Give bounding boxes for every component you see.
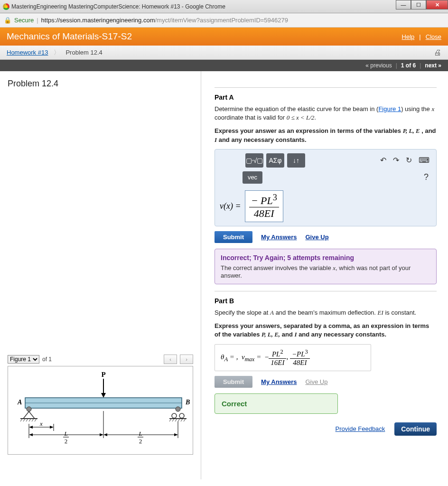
figure-next-button[interactable]: › bbox=[180, 355, 193, 364]
svg-text:L: L bbox=[138, 430, 142, 437]
close-link[interactable]: Close bbox=[426, 33, 441, 40]
nav-previous[interactable]: « previous bbox=[365, 62, 392, 69]
app-icon bbox=[3, 3, 9, 10]
breadcrumb-homework[interactable]: Homework #13 bbox=[7, 49, 48, 56]
window-title: MasteringEngineering MasteringComputerSc… bbox=[11, 3, 225, 10]
template-button[interactable]: ▢▫√▢ bbox=[245, 153, 263, 168]
figure-select[interactable]: Figure 1 bbox=[8, 355, 39, 364]
keyboard-icon[interactable]: ⌨ bbox=[417, 156, 431, 165]
part-b-prompt: Specify the slope at A and the beam's ma… bbox=[215, 308, 437, 317]
feedback-title: Incorrect; Try Again; 5 attempts remaini… bbox=[221, 254, 430, 262]
part-a-answer-input[interactable]: − PL3 48EI bbox=[245, 190, 283, 222]
problem-nav: « previous | 1 of 6 | next » bbox=[0, 60, 448, 71]
part-a-instruction: Express your answer as an expression in … bbox=[215, 127, 437, 144]
svg-text:L: L bbox=[64, 430, 67, 437]
print-icon[interactable]: 🖨 bbox=[434, 48, 441, 57]
part-a-prompt: Determine the equation of the elastic cu… bbox=[215, 105, 437, 122]
figure-prev-button[interactable]: ‹ bbox=[164, 355, 177, 364]
part-b-feedback: Correct bbox=[215, 393, 338, 414]
breadcrumb-bar: Homework #13 〉 Problem 12.4 🖨 bbox=[0, 46, 448, 60]
window-close-button[interactable]: ✕ bbox=[426, 0, 448, 9]
svg-text:A: A bbox=[17, 399, 22, 406]
window-minimize-button[interactable]: — bbox=[396, 0, 411, 9]
part-b-submit-button: Submit bbox=[215, 376, 252, 388]
part-a-my-answers-link[interactable]: My Answers bbox=[261, 234, 297, 241]
svg-text:P: P bbox=[101, 371, 105, 378]
beam-diagram: P A B bbox=[11, 369, 196, 450]
part-a-feedback: Incorrect; Try Again; 5 attempts remaini… bbox=[215, 249, 437, 284]
part-a-give-up-link[interactable]: Give Up bbox=[305, 234, 328, 241]
part-a-submit-button[interactable]: Submit bbox=[215, 231, 252, 243]
part-b-heading: Part B bbox=[215, 297, 437, 305]
problem-title: Problem 12.4 bbox=[8, 79, 193, 89]
nav-next[interactable]: next » bbox=[425, 62, 441, 69]
svg-text:2: 2 bbox=[139, 438, 142, 445]
nav-position: 1 of 6 bbox=[401, 62, 416, 69]
undo-icon[interactable]: ↶ bbox=[378, 156, 388, 165]
secure-label: Secure bbox=[14, 17, 34, 24]
svg-point-14 bbox=[176, 407, 180, 411]
figure-link[interactable]: Figure 1 bbox=[378, 105, 401, 112]
reset-icon[interactable]: ↻ bbox=[404, 156, 414, 165]
breadcrumb-problem: Problem 12.4 bbox=[65, 49, 102, 56]
browser-url-bar: 🔒 Secure | https://session.masteringengi… bbox=[0, 13, 448, 28]
part-b-give-up-link: Give Up bbox=[305, 378, 327, 385]
svg-text:2: 2 bbox=[65, 438, 68, 445]
svg-point-16 bbox=[179, 413, 184, 418]
svg-point-15 bbox=[172, 413, 177, 418]
provide-feedback-link[interactable]: Provide Feedback bbox=[336, 425, 385, 432]
redo-icon[interactable]: ↷ bbox=[391, 156, 401, 165]
svg-marker-43 bbox=[174, 433, 178, 436]
subscript-button[interactable]: ↓↑ bbox=[287, 153, 305, 168]
svg-text:x: x bbox=[39, 420, 43, 427]
svg-marker-42 bbox=[103, 433, 107, 436]
svg-marker-30 bbox=[50, 426, 54, 429]
window-titlebar: MasteringEngineering MasteringComputerSc… bbox=[0, 0, 448, 13]
course-title: Mechanics of Materials-S17-S2 bbox=[7, 31, 132, 42]
svg-marker-29 bbox=[29, 426, 33, 429]
part-a-answer-box: ▢▫√▢ ΑΣφ ↓↑ ↶ ↷ ↻ ⌨ vec ? v(x) = − PL3 bbox=[215, 149, 437, 226]
window-maximize-button[interactable]: ☐ bbox=[411, 0, 426, 9]
url-domain: https://session.masteringengineering.com bbox=[41, 17, 155, 24]
svg-marker-35 bbox=[29, 433, 33, 436]
svg-marker-2 bbox=[101, 393, 106, 398]
svg-text:B: B bbox=[185, 399, 190, 406]
svg-point-5 bbox=[27, 407, 31, 411]
part-a-heading: Part A bbox=[215, 93, 437, 101]
help-icon[interactable]: ? bbox=[424, 172, 431, 182]
help-link[interactable]: Help bbox=[402, 33, 415, 40]
figure-count: of 1 bbox=[42, 356, 52, 363]
course-header: Mechanics of Materials-S17-S2 Help | Clo… bbox=[0, 28, 448, 46]
url-path: /myct/itemView?assignmentProblemID=59462… bbox=[155, 17, 288, 24]
answer-prefix: v(x) = bbox=[220, 201, 241, 211]
vec-button[interactable]: vec bbox=[243, 171, 262, 184]
svg-marker-36 bbox=[100, 433, 103, 436]
part-b-instruction: Express your answers, separated by a com… bbox=[215, 322, 437, 339]
lock-icon: 🔒 bbox=[4, 17, 11, 24]
part-b-answer-box: θA = , vmax = −PL216EI, −PL348EI bbox=[215, 344, 371, 371]
part-b-my-answers-link[interactable]: My Answers bbox=[261, 378, 297, 385]
greek-button[interactable]: ΑΣφ bbox=[266, 153, 284, 168]
figure-panel: P A B bbox=[8, 366, 193, 455]
continue-button[interactable]: Continue bbox=[394, 422, 437, 436]
svg-marker-6 bbox=[23, 411, 35, 419]
